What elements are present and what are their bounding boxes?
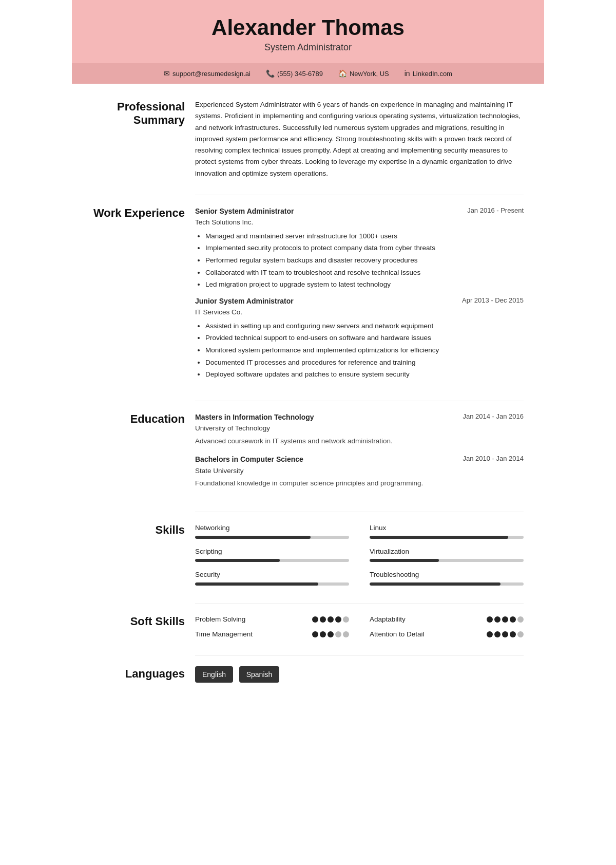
edu-header-1: Bachelors in Computer Science Jan 2010 -… [195,454,524,465]
phone-contact: 📞 (555) 345-6789 [266,69,323,78]
dot [328,631,334,637]
bullet-item: Implemented security protocols to protec… [205,242,524,254]
languages-content: English Spanish [195,666,524,683]
linkedin-contact: in LinkedIn.com [405,69,452,78]
edu-header-0: Masters in Information Technology Jan 20… [195,411,524,423]
bullet-item: Led migration project to upgrade system … [205,279,524,290]
bullet-item: Performed regular system backups and dis… [205,255,524,266]
edu-degree-1: Bachelors in Computer Science [195,454,303,465]
education-content: Masters in Information Technology Jan 20… [195,411,524,496]
job-header-0: Senior System Administrator Jan 2016 - P… [195,205,524,217]
work-experience-label: Work Experience [92,205,185,385]
soft-skill-adaptability: Adaptability [370,614,524,625]
job-bullets-1: Assisted in setting up and configuring n… [195,321,524,380]
dot [517,631,524,637]
dot [510,616,516,623]
soft-skills-grid: Problem Solving Adaptability [195,614,524,640]
dot [312,616,318,623]
soft-skills-section: Soft Skills Problem Solving [92,614,524,640]
dot [320,616,326,623]
job-date-0: Jan 2016 - Present [467,205,524,216]
professional-summary-label: Professional Summary [92,99,185,179]
edu-date-0: Jan 2014 - Jan 2016 [463,411,524,422]
job-title-0: Senior System Administrator [195,205,294,217]
soft-skill-attention-to-detail: Attention to Detail [370,629,524,640]
divider-5 [195,655,524,656]
edu-desc-0: Advanced coursework in IT systems and ne… [195,436,524,447]
dot [502,616,508,623]
location-contact: 🏠 NewYork, US [338,69,389,78]
skill-virtualization: Virtualization [370,546,524,562]
dot [320,631,326,637]
education-label: Education [92,411,185,496]
job-company-1: IT Services Co. [195,307,524,318]
skills-grid: Networking Linux Scripting Virtualizatio… [195,522,524,588]
work-experience-section: Work Experience Senior System Administra… [92,205,524,385]
email-value: support@resumedesign.ai [172,70,251,78]
dot [502,631,508,637]
candidate-name: Alexander Thomas [82,15,534,40]
email-icon: ✉ [164,69,170,78]
bullet-item: Collaborated with IT team to troubleshoo… [205,267,524,278]
dot [517,616,524,623]
edu-date-1: Jan 2010 - Jan 2014 [463,454,524,464]
linkedin-value: LinkedIn.com [413,70,452,78]
divider-4 [195,603,524,604]
skill-security: Security [195,569,349,586]
dot [510,631,516,637]
divider-3 [195,512,524,512]
linkedin-icon: in [405,69,410,78]
bullet-item: Documented IT processes and procedures f… [205,357,524,368]
job-bullets-0: Managed and maintained server infrastruc… [195,231,524,290]
candidate-title: System Administrator [82,42,534,53]
skills-label: Skills [92,522,185,588]
phone-icon: 📞 [266,69,275,78]
dot [335,616,341,623]
soft-skills-content: Problem Solving Adaptability [195,614,524,640]
language-spanish: Spanish [239,666,280,683]
edu-degree-0: Masters in Information Technology [195,411,314,423]
professional-summary-content: Experienced System Administrator with 6 … [195,99,524,179]
header-section: Alexander Thomas System Administrator [72,0,544,63]
edu-item-1: Bachelors in Computer Science Jan 2010 -… [195,454,524,489]
edu-desc-1: Foundational knowledge in computer scien… [195,478,524,489]
skill-networking: Networking [195,522,349,539]
languages-label: Languages [92,666,185,683]
contact-bar: ✉ support@resumedesign.ai 📞 (555) 345-67… [72,63,544,84]
dot [312,631,318,637]
job-item-1: Junior System Administrator Apr 2013 - D… [195,295,524,380]
job-company-0: Tech Solutions Inc. [195,217,524,228]
bullet-item: Deployed software updates and patches to… [205,369,524,380]
language-english: English [195,666,233,683]
skills-content: Networking Linux Scripting Virtualizatio… [195,522,524,588]
dot [343,631,349,637]
divider-2 [195,401,524,401]
job-item-0: Senior System Administrator Jan 2016 - P… [195,205,524,290]
dot [343,616,349,623]
languages-section: Languages English Spanish [92,666,524,693]
dot [494,631,500,637]
location-icon: 🏠 [338,69,347,78]
bullet-item: Provided technical support to end-users … [205,332,524,344]
dot [335,631,341,637]
edu-item-0: Masters in Information Technology Jan 20… [195,411,524,447]
job-title-1: Junior System Administrator [195,295,294,307]
bullet-item: Managed and maintained server infrastruc… [205,231,524,242]
education-section: Education Masters in Information Technol… [92,411,524,496]
skill-scripting: Scripting [195,546,349,562]
dot [328,616,334,623]
edu-school-1: State University [195,465,524,477]
main-content: Professional Summary Experienced System … [72,84,544,724]
soft-skills-label: Soft Skills [92,614,185,640]
bullet-item: Assisted in setting up and configuring n… [205,321,524,332]
skill-linux: Linux [370,522,524,539]
phone-value: (555) 345-6789 [277,70,323,78]
job-date-1: Apr 2013 - Dec 2015 [462,295,524,306]
skill-troubleshooting: Troubleshooting [370,569,524,586]
soft-skill-problem-solving: Problem Solving [195,614,349,625]
skills-section: Skills Networking Linux Scripting [92,522,524,588]
email-contact: ✉ support@resumedesign.ai [164,69,251,78]
professional-summary-section: Professional Summary Experienced System … [92,99,524,179]
soft-skill-time-management: Time Management [195,629,349,640]
summary-text: Experienced System Administrator with 6 … [195,99,524,179]
